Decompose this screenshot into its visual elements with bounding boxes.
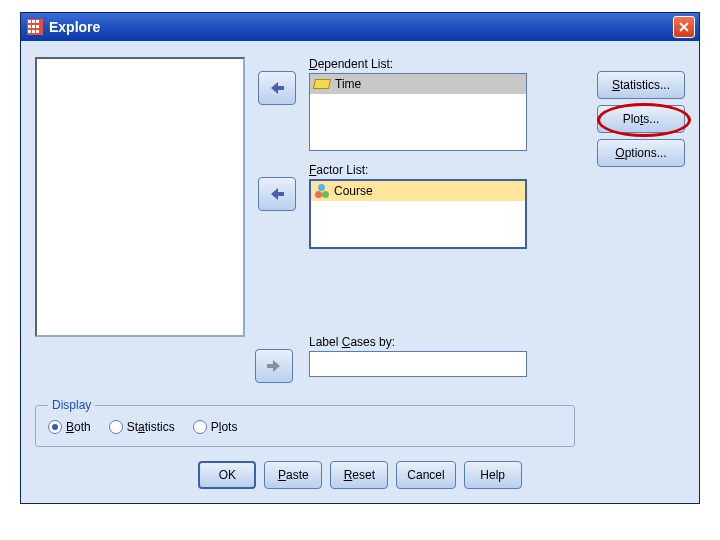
close-button[interactable] [673,16,695,38]
label-cases-label: Label Cases by: [309,335,527,349]
display-statistics-radio[interactable]: Statistics [109,420,175,434]
arrow-left-icon [268,186,286,202]
close-icon [678,21,690,33]
display-group: Display Both Statistics Plots [35,405,575,447]
move-to-factor-button[interactable] [258,177,296,211]
label-cases-field[interactable] [309,351,527,377]
nominal-icon [315,184,329,198]
move-to-label-button[interactable] [255,349,293,383]
display-both-radio[interactable]: Both [48,420,91,434]
arrow-left-icon [268,80,286,96]
help-button[interactable]: Help [464,461,522,489]
list-item-label: Time [335,77,361,91]
scale-icon [313,79,331,89]
explore-dialog: Explore Statistics... Plots... Options..… [20,12,700,504]
display-legend: Display [48,398,95,412]
radio-icon [48,420,62,434]
window-title: Explore [49,19,673,35]
list-item[interactable]: Time [310,74,526,94]
cancel-button[interactable]: Cancel [396,461,455,489]
list-item-label: Course [334,184,373,198]
ok-button[interactable]: OK [198,461,256,489]
options-button[interactable]: Options... [597,139,685,167]
radio-icon [193,420,207,434]
app-icon [27,19,43,35]
factor-listbox[interactable]: Course [309,179,527,249]
factor-list-label: Factor List: [309,163,527,177]
source-variable-list[interactable] [35,57,245,337]
dependent-list-label: Dependent List: [309,57,527,71]
radio-icon [109,420,123,434]
plots-button[interactable]: Plots... [597,105,685,133]
titlebar: Explore [21,13,699,41]
statistics-button[interactable]: Statistics... [597,71,685,99]
list-item[interactable]: Course [311,181,525,201]
display-plots-radio[interactable]: Plots [193,420,238,434]
reset-button[interactable]: Reset [330,461,388,489]
arrow-right-icon [265,358,283,374]
dependent-listbox[interactable]: Time [309,73,527,151]
move-to-dependent-button[interactable] [258,71,296,105]
paste-button[interactable]: Paste [264,461,322,489]
